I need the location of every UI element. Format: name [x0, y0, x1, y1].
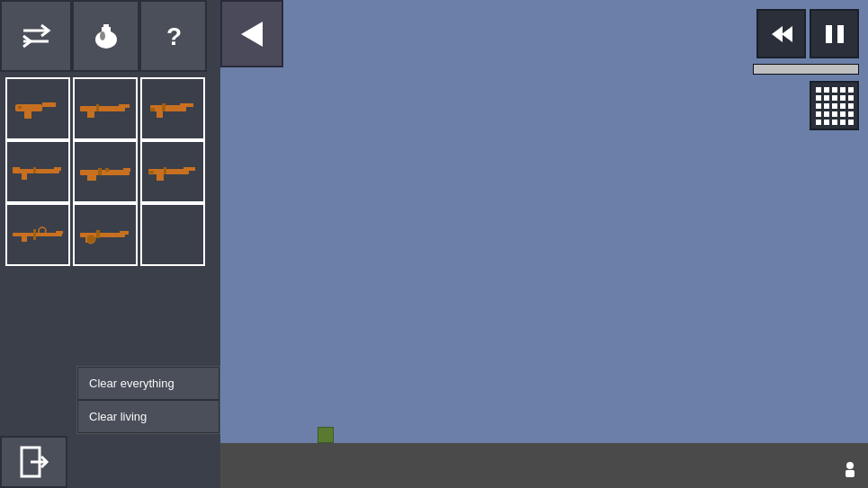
ground	[220, 443, 868, 488]
svg-rect-21	[13, 167, 20, 171]
svg-marker-49	[772, 26, 783, 42]
rewind-icon	[768, 21, 795, 48]
svg-rect-15	[180, 103, 193, 107]
svg-point-43	[86, 235, 95, 244]
machinegun-icon	[78, 154, 132, 190]
context-menu: Clear everything Clear living	[76, 366, 220, 434]
back-arrow-icon	[234, 16, 270, 52]
svg-rect-9	[18, 106, 22, 109]
svg-rect-3	[103, 24, 109, 29]
svg-rect-10	[80, 106, 125, 111]
weapon-cell-empty	[140, 203, 205, 266]
svg-rect-35	[56, 231, 63, 234]
question-button[interactable]: ?	[139, 0, 207, 72]
svg-rect-11	[119, 104, 130, 108]
smg-icon	[146, 91, 200, 127]
svg-rect-30	[183, 167, 195, 171]
svg-rect-36	[22, 236, 27, 242]
svg-rect-54	[846, 470, 855, 477]
svg-point-4	[100, 31, 105, 40]
swap-icon	[20, 20, 52, 52]
green-object	[318, 427, 334, 443]
assault-icon	[146, 154, 200, 190]
svg-rect-29	[148, 169, 189, 174]
exit-icon	[16, 444, 52, 480]
svg-rect-25	[123, 168, 130, 172]
svg-rect-16	[157, 111, 163, 118]
weapon-cell-7[interactable]	[5, 203, 70, 266]
svg-rect-13	[96, 104, 99, 111]
swap-button[interactable]	[0, 0, 72, 72]
svg-rect-24	[80, 170, 130, 175]
svg-rect-37	[33, 229, 36, 240]
person-svg-icon	[841, 461, 859, 479]
weapon-cell-2[interactable]	[73, 77, 138, 140]
bag-icon	[90, 20, 122, 52]
grid-toggle-button[interactable]	[810, 81, 859, 130]
svg-rect-12	[87, 111, 94, 118]
shotgun-icon	[11, 154, 65, 190]
svg-rect-52	[837, 25, 844, 43]
svg-rect-26	[87, 175, 96, 181]
svg-marker-50	[782, 26, 792, 42]
pause-button[interactable]	[810, 9, 859, 58]
question-icon: ?	[157, 20, 190, 52]
weapon-cell-8[interactable]	[73, 203, 138, 266]
weapon-cell-5[interactable]	[73, 140, 138, 203]
svg-rect-7	[42, 102, 56, 107]
bag-button[interactable]	[72, 0, 139, 72]
top-right-controls	[753, 9, 859, 75]
svg-rect-32	[164, 167, 166, 174]
top-toolbar: ?	[0, 0, 220, 72]
svg-rect-33	[148, 171, 154, 173]
progress-bar-container[interactable]	[753, 64, 859, 75]
sidebar: ?	[0, 0, 220, 488]
exit-button[interactable]	[0, 436, 67, 488]
lmg-icon	[78, 217, 132, 253]
weapon-cell-3[interactable]	[140, 77, 205, 140]
svg-rect-34	[13, 233, 62, 236]
svg-text:?: ?	[166, 22, 182, 50]
clear-living-button[interactable]: Clear living	[77, 400, 219, 433]
weapon-cell-4[interactable]	[5, 140, 70, 203]
playback-controls	[756, 9, 859, 58]
svg-rect-42	[96, 230, 100, 238]
back-button[interactable]	[220, 0, 283, 67]
pistol-icon	[11, 91, 65, 127]
svg-rect-23	[33, 167, 36, 173]
svg-rect-27	[98, 168, 102, 175]
svg-rect-20	[54, 167, 61, 171]
sniper-icon	[11, 217, 65, 253]
svg-rect-51	[826, 25, 832, 43]
svg-rect-17	[162, 103, 166, 111]
svg-rect-22	[22, 173, 27, 180]
svg-rect-40	[120, 231, 129, 235]
weapon-cell-6[interactable]	[140, 140, 205, 203]
svg-rect-28	[105, 168, 109, 172]
svg-rect-18	[150, 108, 155, 111]
grid-icon	[815, 86, 855, 126]
svg-rect-31	[157, 174, 164, 181]
person-icon	[841, 461, 859, 479]
svg-marker-48	[241, 22, 263, 47]
pause-icon	[821, 21, 848, 48]
svg-rect-8	[24, 111, 31, 119]
rifle-icon	[78, 91, 132, 127]
weapon-cell-1[interactable]	[5, 77, 70, 140]
progress-bar	[754, 65, 858, 74]
main-area	[220, 0, 868, 488]
rewind-button[interactable]	[756, 9, 806, 58]
clear-everything-button[interactable]: Clear everything	[77, 367, 219, 400]
svg-point-53	[846, 462, 854, 469]
